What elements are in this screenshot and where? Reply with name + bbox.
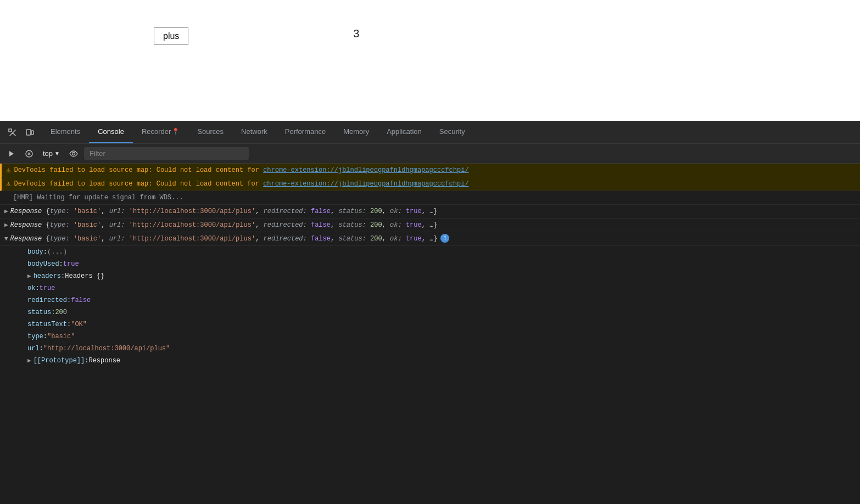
recorder-icon: 📍 xyxy=(172,128,180,135)
plus-button[interactable]: plus xyxy=(154,27,188,45)
prop-bodyused: bodyUsed : true xyxy=(0,258,860,270)
tab-elements[interactable]: Elements xyxy=(42,121,89,143)
prop-statustext: statusText : "OK" xyxy=(0,318,860,331)
prop-body: body : (...) xyxy=(0,246,860,258)
svg-rect-1 xyxy=(26,130,31,135)
console-output: ⚠ DevTools failed to load source map: Co… xyxy=(0,164,860,504)
inspect-element-icon[interactable] xyxy=(4,125,20,140)
headers-triangle[interactable]: ▶ xyxy=(27,271,31,281)
collapse-triangle-1[interactable]: ▶ xyxy=(4,206,8,216)
tab-performance[interactable]: Performance xyxy=(276,121,334,143)
page-area: plus 3 xyxy=(0,0,860,121)
response-line-2: ▶ Response {type: 'basic', url: 'http://… xyxy=(0,219,860,232)
expand-triangle-3[interactable]: ▼ xyxy=(4,234,8,244)
stop-button[interactable] xyxy=(22,147,36,161)
warning-link-1[interactable]: chrome-extension://jblndlipeogpafnldhgma… xyxy=(263,166,468,174)
play-button[interactable] xyxy=(4,147,19,161)
tab-application[interactable]: Application xyxy=(378,121,431,143)
prototype-triangle[interactable]: ▶ xyxy=(27,356,31,366)
warning-text-1: DevTools failed to load source map: Coul… xyxy=(14,165,468,175)
response-text-2: Response {type: 'basic', url: 'http://lo… xyxy=(10,220,438,230)
devtools-panel: Elements Console Recorder 📍 Sources Netw… xyxy=(0,121,860,504)
warning-icon-2: ⚠ xyxy=(6,179,10,189)
prop-url: url : "http://localhost:3000/api/plus" xyxy=(0,343,860,355)
tab-security[interactable]: Security xyxy=(431,121,474,143)
hmr-line: [HMR] Waiting for update signal from WDS… xyxy=(0,191,860,205)
hmr-text: [HMR] Waiting for update signal from WDS… xyxy=(13,193,183,203)
tab-icon-group xyxy=(0,121,42,143)
tab-network[interactable]: Network xyxy=(232,121,276,143)
tab-sources[interactable]: Sources xyxy=(188,121,232,143)
warning-line-1: ⚠ DevTools failed to load source map: Co… xyxy=(0,164,860,177)
info-badge[interactable]: i xyxy=(440,234,449,243)
svg-rect-2 xyxy=(31,131,33,135)
warning-link-2[interactable]: chrome-extension://jblndlipeogpafnldhgma… xyxy=(263,180,468,188)
chevron-down-icon: ▼ xyxy=(54,150,60,156)
warning-text-2: DevTools failed to load source map: Coul… xyxy=(14,179,468,189)
page-number: 3 xyxy=(353,27,359,40)
tab-console[interactable]: Console xyxy=(89,121,133,143)
prop-prototype: ▶ [[Prototype]] : Response xyxy=(0,355,860,367)
prop-headers: ▶ headers : Headers {} xyxy=(0,270,860,282)
response-line-3: ▼ Response {type: 'basic', url: 'http://… xyxy=(0,232,860,246)
tab-memory[interactable]: Memory xyxy=(334,121,378,143)
warning-line-2: ⚠ DevTools failed to load source map: Co… xyxy=(0,177,860,191)
prop-type: type : "basic" xyxy=(0,331,860,343)
svg-point-7 xyxy=(72,152,75,155)
warning-icon-1: ⚠ xyxy=(6,165,10,175)
prop-status: status : 200 xyxy=(0,306,860,318)
device-toolbar-icon[interactable] xyxy=(22,125,37,140)
svg-rect-0 xyxy=(9,129,12,132)
response-text-3: Response {type: 'basic', url: 'http://lo… xyxy=(10,234,438,244)
console-toolbar: top ▼ xyxy=(0,144,860,164)
prop-redirected: redirected : false xyxy=(0,294,860,306)
collapse-triangle-2[interactable]: ▶ xyxy=(4,220,8,230)
tab-recorder[interactable]: Recorder 📍 xyxy=(133,121,188,143)
context-label: top xyxy=(43,149,53,158)
context-selector[interactable]: top ▼ xyxy=(40,148,63,159)
svg-marker-3 xyxy=(9,151,14,156)
devtools-tab-bar: Elements Console Recorder 📍 Sources Netw… xyxy=(0,121,860,144)
filter-input[interactable] xyxy=(84,147,249,160)
prop-ok: ok : true xyxy=(0,282,860,294)
expanded-properties: body : (...) bodyUsed : true ▶ headers :… xyxy=(0,246,860,367)
response-text-1: Response {type: 'basic', url: 'http://lo… xyxy=(10,206,438,216)
eye-icon[interactable] xyxy=(66,147,81,161)
response-line-1: ▶ Response {type: 'basic', url: 'http://… xyxy=(0,205,860,219)
